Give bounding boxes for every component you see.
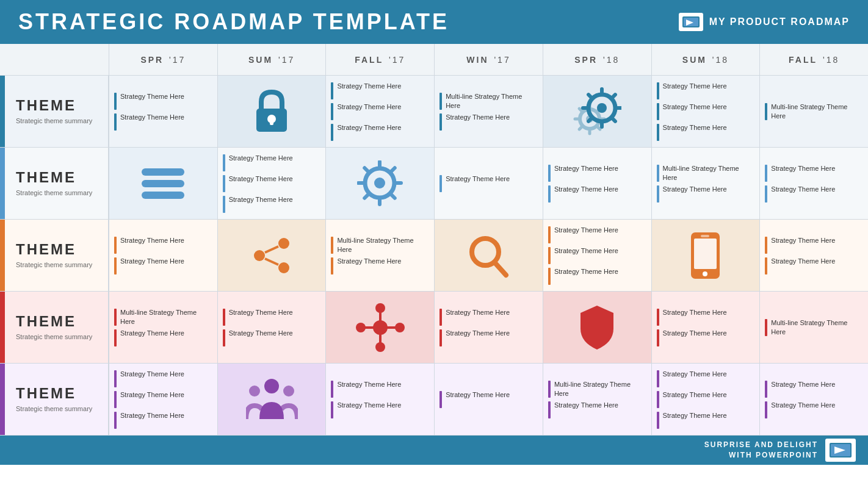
bullet-text: Strategy Theme Here (663, 308, 727, 317)
icon-search-wrapper (439, 224, 538, 286)
svg-line-11 (579, 126, 582, 129)
footer-line2: WITH POWERPOINT (729, 451, 818, 459)
bullet-bar (548, 226, 551, 243)
row-title-2: THEME (7, 241, 101, 258)
bullet-item: Strategy Theme Here (114, 370, 212, 387)
bullet-item: Strategy Theme Here (439, 308, 538, 326)
row-title-4: THEME (7, 385, 101, 402)
bullet-text: Multi-line Strategy Theme Here (337, 236, 429, 254)
svg-line-34 (365, 194, 369, 198)
bullet-bar (657, 329, 659, 346)
bullet-text: Multi-line Strategy Theme Here (554, 380, 646, 398)
bullet-list-4-4: Multi-line Strategy Theme HereStrategy T… (548, 380, 646, 419)
bullet-list-2-2: Multi-line Strategy Theme HereStrategy T… (331, 236, 429, 275)
grid-cell-1-1: Strategy Theme HereStrategy Theme HereSt… (217, 148, 326, 219)
bullet-item: Multi-line Strategy Theme Here (548, 380, 646, 398)
bullet-item: Strategy Theme Here (765, 236, 863, 254)
grid-cell-0-3: Multi-line Strategy Theme HereStrategy T… (434, 76, 543, 147)
bullet-item: Strategy Theme Here (765, 164, 863, 182)
bullet-bar (439, 391, 442, 408)
grid-row-3: THEMEStrategic theme summaryMulti-line S… (0, 292, 868, 364)
bullet-bar (657, 370, 659, 387)
bullet-bar (657, 82, 659, 99)
bullet-list-1-5: Multi-line Strategy Theme HereStrategy T… (657, 164, 755, 203)
bullet-item: Multi-line Strategy Theme Here (765, 318, 863, 337)
bullet-text: Strategy Theme Here (554, 185, 618, 194)
row-title-0: THEME (7, 97, 101, 114)
bullet-list-3-5: Strategy Theme HereStrategy Theme Here (657, 308, 755, 346)
bullet-bar (114, 309, 117, 326)
bullet-item: Strategy Theme Here (331, 102, 429, 120)
bullet-list-4-3: Strategy Theme Here (439, 390, 538, 408)
bullet-list-0-3: Multi-line Strategy Theme HereStrategy T… (439, 92, 538, 131)
svg-line-19 (612, 118, 615, 121)
footer: SURPRISE AND DELIGHT WITH POWERPOINT (0, 436, 868, 465)
icon-phone-wrapper (657, 224, 755, 286)
bullet-item: Multi-line Strategy Theme Here (765, 102, 863, 121)
icon-people-wrapper (223, 368, 321, 430)
grid-cell-2-4: Strategy Theme HereStrategy Theme HereSt… (543, 220, 651, 291)
bullet-text: Strategy Theme Here (771, 164, 835, 173)
bullet-list-0-0: Strategy Theme HereStrategy Theme Here (114, 92, 212, 131)
bullet-item: Strategy Theme Here (114, 236, 212, 254)
bullet-text: Multi-line Strategy Theme Here (771, 318, 863, 337)
bullet-list-0-6: Multi-line Strategy Theme Here (765, 102, 863, 121)
footer-line1: SURPRISE AND DELIGHT (704, 440, 818, 449)
svg-line-38 (391, 168, 395, 171)
grid-cell-2-6: Strategy Theme HereStrategy Theme Here (759, 220, 868, 291)
bullet-bar (765, 185, 767, 203)
svg-line-21 (588, 118, 591, 121)
bullet-item: Strategy Theme Here (439, 390, 538, 408)
svg-point-40 (278, 238, 289, 249)
grid-cell-1-3: Strategy Theme Here (434, 148, 543, 219)
row-accent-2 (0, 220, 5, 291)
bullet-text: Strategy Theme Here (120, 113, 184, 122)
bullet-text: Strategy Theme Here (663, 329, 727, 338)
bullet-item: Strategy Theme Here (657, 370, 755, 387)
icon-shield-wrapper (548, 296, 646, 358)
bullet-bar (439, 93, 442, 110)
row-label-4: THEMEStrategic theme summary (0, 364, 109, 435)
bullet-item: Strategy Theme Here (331, 82, 429, 99)
grid-cell-0-0: Strategy Theme HereStrategy Theme Here (109, 76, 217, 147)
header: STRATEGIC ROADMAP TEMPLATE MY PRODUCT RO… (0, 0, 868, 44)
svg-rect-26 (142, 168, 184, 176)
icon-lock-wrapper (223, 81, 321, 142)
row-accent-3 (0, 292, 5, 363)
bullet-bar (439, 113, 442, 131)
bullet-bar (114, 257, 117, 274)
bullet-bar (765, 103, 767, 120)
grid-cell-4-5: Strategy Theme HereStrategy Theme HereSt… (651, 364, 760, 435)
svg-point-41 (278, 262, 289, 273)
grid-cell-4-0: Strategy Theme HereStrategy Theme HereSt… (109, 364, 217, 435)
grid-cell-1-4: Strategy Theme HereStrategy Theme Here (543, 148, 651, 219)
bullet-bar (223, 154, 225, 171)
bullet-bar (657, 309, 659, 326)
bullet-list-2-6: Strategy Theme HereStrategy Theme Here (765, 236, 863, 274)
bullet-item: Strategy Theme Here (223, 308, 321, 326)
bullet-bar (765, 237, 767, 254)
bullet-bar (548, 185, 551, 203)
icon-lines-wrapper (114, 152, 212, 214)
bullet-bar (657, 165, 659, 182)
svg-point-59 (264, 379, 279, 393)
bullet-text: Strategy Theme Here (120, 329, 184, 338)
bullet-item: Strategy Theme Here (114, 113, 212, 131)
bullet-bar (223, 175, 225, 192)
bullet-text: Strategy Theme Here (771, 380, 835, 389)
svg-line-42 (265, 246, 278, 253)
bullet-list-3-6: Multi-line Strategy Theme Here (765, 318, 863, 337)
bullet-bar (331, 124, 333, 141)
bullet-bar (331, 103, 333, 120)
row-label-spacer (0, 44, 109, 75)
grid-cell-1-2 (325, 148, 434, 219)
bullet-bar (223, 196, 225, 213)
grid-cell-1-5: Multi-line Strategy Theme HereStrategy T… (651, 148, 760, 219)
bullet-text: Strategy Theme Here (771, 185, 835, 194)
grid-cell-2-5 (651, 220, 760, 291)
bullet-item: Strategy Theme Here (657, 329, 755, 346)
bullet-text: Strategy Theme Here (229, 195, 293, 204)
bullet-text: Strategy Theme Here (337, 102, 401, 112)
bullet-text: Strategy Theme Here (663, 411, 727, 420)
grid-cell-0-4 (543, 76, 651, 147)
